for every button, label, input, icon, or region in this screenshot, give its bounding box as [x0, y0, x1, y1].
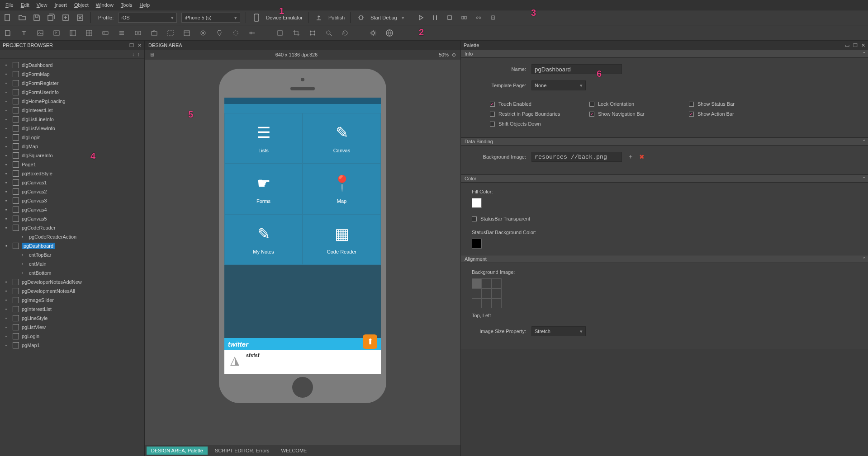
checkbox-row[interactable]: Lock Orientation	[589, 101, 671, 107]
refresh-icon[interactable]	[340, 28, 350, 38]
tree-item[interactable]: ▫pgCodeReaderAction	[0, 232, 144, 241]
expand-icon[interactable]: ▫	[5, 207, 10, 212]
list-icon[interactable]	[117, 28, 127, 38]
project-tree[interactable]: ▫dlgDashboard▫dlgFormMap▫dlgFormRegister…	[0, 59, 144, 456]
input-icon[interactable]	[100, 28, 110, 38]
menu-tools[interactable]: Tools	[118, 1, 135, 9]
zoom-icon[interactable]	[324, 28, 334, 38]
tree-item[interactable]: ▫dlgListViewInfo	[0, 124, 144, 133]
device-screen[interactable]: ☰Lists✎Canvas☛Forms📍Map✎My Notes▦Code Re…	[224, 98, 381, 374]
collapse-icon[interactable]: ⌃	[862, 139, 866, 145]
gear-icon[interactable]	[368, 28, 378, 38]
picture-icon[interactable]	[52, 28, 62, 38]
sort-down-icon[interactable]: ↓	[132, 52, 135, 57]
expand-icon[interactable]: ▫	[5, 343, 10, 348]
expand-icon[interactable]: ▫	[5, 135, 10, 140]
tree-item[interactable]: ▫pgListView	[0, 323, 144, 332]
expand-icon[interactable]: ▫	[5, 334, 10, 338]
panel-close-icon[interactable]: ✕	[138, 42, 142, 48]
menu-edit[interactable]: Edit	[18, 1, 32, 9]
emulator-icon[interactable]	[251, 13, 261, 23]
expand-icon[interactable]: ▫	[22, 271, 26, 275]
tree-item[interactable]: ▫dlgDashboard	[0, 61, 144, 70]
template-select[interactable]: None ▾	[531, 80, 586, 90]
expand-icon[interactable]: ▫	[5, 63, 10, 67]
play-icon[interactable]	[416, 13, 426, 23]
tree-item[interactable]: ▫dlgSquareInfo	[0, 151, 144, 160]
expand-icon[interactable]: ▫	[5, 226, 10, 230]
tree-item[interactable]: ▫pgMap1	[0, 341, 144, 350]
tree-item[interactable]: ▫pgLineStyle	[0, 314, 144, 323]
tree-item[interactable]: ▫pgCanvas5	[0, 214, 144, 223]
palette-minimize-icon[interactable]: ▭	[845, 42, 849, 48]
device-view-icon[interactable]: 🖥	[149, 52, 154, 57]
tab-script-editor[interactable]: SCRIPT EDITOR, Errors	[210, 447, 274, 455]
palette-close-icon[interactable]: ✕	[861, 42, 865, 48]
tree-item[interactable]: ▫dlgFormMap	[0, 70, 144, 79]
remove-icon[interactable]: ✖	[639, 153, 645, 160]
tree-item[interactable]: ▫pgCanvas1	[0, 178, 144, 187]
tree-item[interactable]: ▫pgDevelopmentNotesAll	[0, 287, 144, 296]
align-bot-left[interactable]	[472, 298, 482, 308]
tree-item[interactable]: ▫dlgHomePgLoading	[0, 97, 144, 106]
map-pin-icon[interactable]	[214, 28, 224, 38]
palette-restore-icon[interactable]: ❐	[853, 42, 858, 48]
section-alignment-header[interactable]: Alignment ⌃	[461, 255, 868, 263]
tree-item[interactable]: ▫pgDeveloperNotesAddNew	[0, 277, 144, 287]
menu-file[interactable]: File	[3, 1, 16, 9]
transform-icon[interactable]	[308, 28, 318, 38]
expand-icon[interactable]: ▫	[5, 316, 10, 320]
dashboard-tile[interactable]: ✎My Notes	[224, 214, 303, 265]
crop-icon[interactable]	[291, 28, 301, 38]
expand-icon[interactable]: ▫	[5, 81, 10, 85]
expand-icon[interactable]: ▫	[22, 253, 26, 257]
menu-object[interactable]: Object	[71, 1, 91, 9]
tree-item[interactable]: ▫cntTopBar	[0, 250, 144, 259]
new-file-icon[interactable]	[3, 13, 13, 23]
profile-os-select[interactable]: iOS ▾	[118, 13, 177, 23]
section-info-header[interactable]: Info ⌃	[461, 50, 868, 58]
save-all-icon[interactable]	[46, 13, 56, 23]
name-input[interactable]	[531, 64, 622, 74]
image-size-select[interactable]: Stretch ▾	[531, 326, 586, 336]
step-over-icon[interactable]	[474, 13, 484, 23]
grid-tool-icon[interactable]	[84, 28, 94, 38]
align-mid-left[interactable]	[472, 288, 482, 298]
design-canvas[interactable]: ☰Lists✎Canvas☛Forms📍Map✎My Notes▦Code Re…	[145, 60, 460, 445]
status-bg-swatch[interactable]	[472, 239, 482, 249]
panel-restore-icon[interactable]: ❐	[129, 42, 134, 48]
tree-item[interactable]: ▫pgLogin	[0, 332, 144, 341]
publish-button[interactable]: Publish	[328, 15, 345, 20]
checkbox-row[interactable]: Touch Enabled	[490, 101, 571, 107]
video-icon[interactable]	[133, 28, 143, 38]
checkbox-row[interactable]: Show Action Bar	[689, 111, 770, 117]
menu-window[interactable]: Window	[93, 1, 116, 9]
tree-item[interactable]: ▫pgImageSlider	[0, 296, 144, 305]
globe-icon[interactable]	[384, 28, 394, 38]
expand-icon[interactable]: ▫	[5, 189, 10, 194]
align-mid-right[interactable]	[492, 288, 502, 298]
expand-icon[interactable]: ▫	[5, 180, 10, 185]
stop-icon[interactable]	[445, 13, 455, 23]
expand-icon[interactable]: ▫	[22, 262, 26, 266]
section-databinding-header[interactable]: Data Binding ⌃	[461, 137, 868, 146]
dashboard-tile[interactable]: ☰Lists	[224, 113, 303, 164]
device-emulator-button[interactable]: Device Emulator	[266, 15, 303, 20]
dashboard-tile[interactable]: ☛Forms	[224, 164, 303, 214]
pause-icon[interactable]	[430, 13, 440, 23]
step-icon[interactable]	[459, 13, 469, 23]
tree-item[interactable]: ▫dlgFormRegister	[0, 79, 144, 88]
expand-icon[interactable]: ▪	[5, 244, 10, 248]
tree-item[interactable]: ▫pgCanvas2	[0, 187, 144, 196]
rectangle-icon[interactable]	[275, 28, 285, 38]
loading-icon[interactable]	[231, 28, 241, 38]
sort-up-icon[interactable]: ↑	[138, 52, 140, 57]
expand-icon[interactable]: ▫	[5, 280, 10, 284]
tree-item[interactable]: ▫cntBottom	[0, 268, 144, 277]
tree-item[interactable]: ▫pgBoxedStyle	[0, 169, 144, 178]
dashboard-tile[interactable]: 📍Map	[303, 164, 381, 214]
tree-item[interactable]: ▪pgDashboard	[0, 241, 144, 250]
checkbox-row[interactable]: Shift Objects Down	[490, 121, 571, 127]
image-tool-icon[interactable]	[35, 28, 45, 38]
section-color-header[interactable]: Color ⌃	[461, 174, 868, 183]
